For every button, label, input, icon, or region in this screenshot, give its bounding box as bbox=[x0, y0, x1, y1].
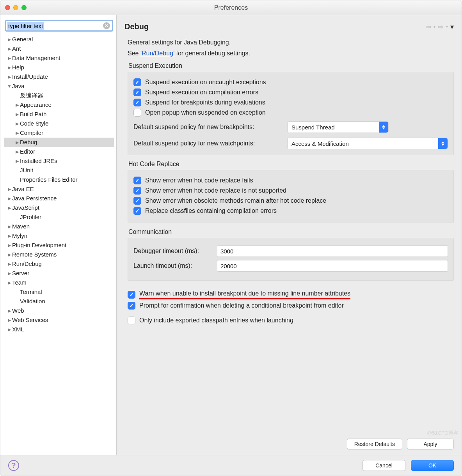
chevron-right-icon: ▶ bbox=[7, 306, 12, 315]
help-icon[interactable]: ? bbox=[8, 460, 19, 471]
tree-item-general[interactable]: ▶General bbox=[4, 35, 114, 44]
chevron-right-icon: ▶ bbox=[7, 44, 12, 53]
tree-item-properties-files-editor[interactable]: Properties Files Editor bbox=[4, 175, 114, 184]
clear-filter-icon[interactable]: ✕ bbox=[103, 22, 110, 29]
chk-suspend-eval[interactable] bbox=[133, 99, 141, 106]
tree-item-run-debug[interactable]: ▶Run/Debug bbox=[4, 259, 114, 269]
tree-item-java-persistence[interactable]: ▶Java Persistence bbox=[4, 194, 114, 203]
tree-item-terminal[interactable]: Terminal bbox=[4, 287, 114, 297]
chk-open-popup[interactable] bbox=[133, 109, 141, 117]
tree-item-label: Debug bbox=[20, 138, 37, 147]
chk-only-exported[interactable] bbox=[128, 317, 135, 324]
chk-prompt-delete[interactable] bbox=[128, 302, 135, 310]
ok-button[interactable]: OK bbox=[411, 460, 454, 471]
tree-item-label: Web bbox=[12, 306, 24, 315]
apply-button[interactable]: Apply bbox=[407, 439, 454, 449]
tree-item-junit[interactable]: JUnit bbox=[4, 166, 114, 175]
chevron-right-icon: ▶ bbox=[7, 278, 12, 287]
back-icon[interactable]: ⇦ bbox=[425, 23, 431, 31]
chk-hcr-unsupported[interactable] bbox=[133, 187, 141, 195]
tree-item-label: 反编译器 bbox=[20, 91, 43, 100]
tree-item-jprofiler[interactable]: JProfiler bbox=[4, 212, 114, 222]
lbl-suspend-eval: Suspend for breakpoints during evaluatio… bbox=[145, 99, 265, 106]
tree-item--[interactable]: 反编译器 bbox=[4, 91, 114, 100]
tree-item-compiler[interactable]: ▶Compiler bbox=[4, 128, 114, 138]
tree-item-java[interactable]: ▼Java bbox=[4, 81, 114, 91]
preference-tree[interactable]: ▶General▶Ant▶Data Management▶Help▶Instal… bbox=[4, 35, 114, 451]
tree-item-appearance[interactable]: ▶Appearance bbox=[4, 100, 114, 110]
content-pane: Debug ⇦ ▾ ⇨ ▾ ▾ General settings for Jav… bbox=[117, 15, 462, 455]
tree-item-web[interactable]: ▶Web bbox=[4, 306, 114, 315]
group-suspend: Suspend Execution Suspend execution on u… bbox=[128, 62, 454, 155]
chevron-right-icon: ▶ bbox=[7, 222, 12, 231]
chk-hcr-replace[interactable] bbox=[133, 207, 141, 215]
window-title: Preferences bbox=[0, 4, 462, 11]
group-comm-title: Communication bbox=[128, 228, 454, 235]
lbl-prompt-delete: Prompt for confirmation when deleting a … bbox=[139, 302, 344, 309]
input-launch-timeout[interactable] bbox=[217, 260, 448, 272]
tree-item-install-update[interactable]: ▶Install/Update bbox=[4, 72, 114, 81]
tree-item-label: Validation bbox=[20, 297, 45, 306]
tree-item-debug[interactable]: ▶Debug bbox=[4, 138, 114, 147]
chk-warn-linenum[interactable] bbox=[128, 291, 135, 299]
run-debug-link[interactable]: 'Run/Debug' bbox=[140, 50, 174, 57]
chevron-right-icon: ▶ bbox=[7, 194, 12, 203]
back-menu-icon[interactable]: ▾ bbox=[434, 25, 435, 29]
tree-item-installed-jres[interactable]: ▶Installed JREs bbox=[4, 156, 114, 166]
filter-input[interactable] bbox=[5, 20, 113, 32]
content-header: Debug ⇦ ▾ ⇨ ▾ ▾ bbox=[117, 15, 462, 35]
tree-item-ant[interactable]: ▶Ant bbox=[4, 44, 114, 53]
tree-item-label: Java bbox=[12, 81, 25, 91]
input-debugger-timeout[interactable] bbox=[217, 245, 448, 257]
restore-defaults-button[interactable]: Restore Defaults bbox=[347, 439, 402, 449]
view-menu-icon[interactable]: ▾ bbox=[450, 23, 454, 31]
tree-item-label: Remote Systems bbox=[12, 250, 57, 259]
preferences-window: Preferences type filter text ✕ ▶General▶… bbox=[0, 0, 462, 476]
tree-item-build-path[interactable]: ▶Build Path bbox=[4, 110, 114, 119]
tree-item-javascript[interactable]: ▶JavaScript bbox=[4, 203, 114, 212]
tree-item-xml[interactable]: ▶XML bbox=[4, 325, 114, 334]
tree-item-label: Server bbox=[12, 269, 29, 278]
chevron-right-icon: ▶ bbox=[7, 203, 12, 212]
tree-item-remote-systems[interactable]: ▶Remote Systems bbox=[4, 250, 114, 259]
chevron-right-icon: ▶ bbox=[7, 63, 12, 72]
chk-suspend-uncaught[interactable] bbox=[133, 78, 141, 86]
chevron-right-icon: ▶ bbox=[7, 53, 12, 63]
chevron-right-icon: ▶ bbox=[7, 35, 12, 44]
chevron-right-icon: ▶ bbox=[14, 119, 20, 128]
chk-hcr-fails[interactable] bbox=[133, 177, 141, 184]
chk-suspend-compile[interactable] bbox=[133, 88, 141, 96]
select-wp-policy[interactable]: Access & Modification bbox=[287, 138, 448, 149]
tree-item-mylyn[interactable]: ▶Mylyn bbox=[4, 231, 114, 241]
lbl-debugger-timeout: Debugger timeout (ms): bbox=[133, 248, 211, 255]
lbl-open-popup: Open popup when suspended on exception bbox=[145, 109, 266, 116]
chk-hcr-obsolete[interactable] bbox=[133, 197, 141, 205]
tree-item-web-services[interactable]: ▶Web Services bbox=[4, 315, 114, 325]
tree-item-plug-in-development[interactable]: ▶Plug-in Development bbox=[4, 241, 114, 250]
tree-item-server[interactable]: ▶Server bbox=[4, 269, 114, 278]
tree-item-label: General bbox=[12, 35, 33, 44]
page-footer: Restore Defaults Apply bbox=[117, 435, 462, 455]
chevron-right-icon: ▶ bbox=[14, 147, 20, 156]
tree-item-java-ee[interactable]: ▶Java EE bbox=[4, 184, 114, 194]
chevron-right-icon: ▶ bbox=[14, 100, 20, 110]
chevron-right-icon: ▶ bbox=[7, 231, 12, 241]
tree-item-team[interactable]: ▶Team bbox=[4, 278, 114, 287]
tree-item-code-style[interactable]: ▶Code Style bbox=[4, 119, 114, 128]
chevron-right-icon: ▶ bbox=[14, 128, 20, 138]
tree-item-validation[interactable]: Validation bbox=[4, 297, 114, 306]
tree-item-maven[interactable]: ▶Maven bbox=[4, 222, 114, 231]
tree-item-label: XML bbox=[12, 325, 24, 334]
forward-icon[interactable]: ⇨ bbox=[438, 23, 444, 31]
chevron-right-icon: ▶ bbox=[7, 72, 12, 81]
tree-item-data-management[interactable]: ▶Data Management bbox=[4, 53, 114, 63]
chevron-down-icon: ▼ bbox=[7, 81, 12, 91]
forward-menu-icon[interactable]: ▾ bbox=[446, 25, 448, 29]
dialog-button-bar: ? Cancel OK bbox=[0, 455, 462, 476]
lbl-warn-linenum: Warn when unable to install breakpoint d… bbox=[139, 290, 350, 299]
tree-item-editor[interactable]: ▶Editor bbox=[4, 147, 114, 156]
cancel-button[interactable]: Cancel bbox=[362, 460, 405, 471]
select-bp-policy[interactable]: Suspend Thread bbox=[287, 121, 389, 133]
tree-item-help[interactable]: ▶Help bbox=[4, 63, 114, 72]
chevron-right-icon: ▶ bbox=[7, 184, 12, 194]
